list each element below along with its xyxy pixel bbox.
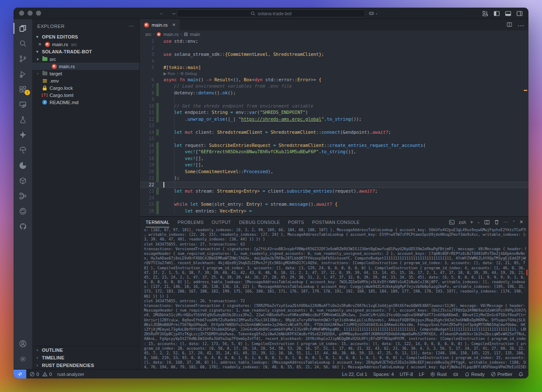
copilot-menu[interactable]: ⌄ [368, 10, 378, 16]
code-line-3[interactable]: 3use solana_stream_sdk::{CommitmentLevel… [140, 51, 528, 58]
activity-search-icon[interactable] [14, 36, 32, 51]
code-line-2[interactable]: 2 [140, 45, 528, 52]
split-terminal-icon[interactable] [484, 219, 490, 225]
code-line-9[interactable]: 9 [140, 96, 528, 103]
activity-pie-chart-icon[interactable] [14, 158, 32, 173]
code-line-19[interactable]: 19 vec![], [140, 162, 528, 168]
tree-item-src[interactable]: ▾src [32, 55, 139, 63]
tree-item-cargo-lock[interactable]: Cargo.lock [32, 84, 139, 91]
activity-remote-explorer-icon[interactable] [14, 97, 32, 112]
code-line-12[interactable]: 12 .unwrap_or_else(|_| "https://shreds-a… [140, 116, 528, 123]
code-line-8[interactable]: 8 dotenvy::dotenv().ok(); [140, 90, 528, 97]
editor-more-actions-icon[interactable]: ⋯ [517, 22, 524, 30]
remote-indicator[interactable] [14, 370, 26, 378]
encoding-status[interactable]: UTF-8 [400, 372, 413, 377]
code-line-13[interactable]: 13 [140, 122, 528, 129]
tree-item-main-rs[interactable]: Rmain.rs [32, 63, 139, 70]
panel-tab-debug-console[interactable]: DEBUG CONSOLE [239, 217, 280, 227]
traffic-lights[interactable] [19, 11, 41, 16]
activity-settings-gear-icon[interactable] [14, 351, 32, 367]
activity-copilot-chat-icon[interactable] [14, 127, 32, 143]
code-line-23[interactable]: 23 let mut stream: Streaming<Entry> = cl… [140, 188, 528, 195]
code-line-15[interactable]: 15 [140, 135, 528, 142]
breadcrumb-main-rs[interactable]: main.rs [163, 32, 179, 37]
section-timeline[interactable]: ›TIMELINE [32, 354, 139, 362]
panel-tab-output[interactable]: OUTPUT [212, 217, 231, 227]
code-editor[interactable]: 1use std::env;23use solana_stream_sdk::{… [140, 38, 528, 216]
activity-hierarchy-icon[interactable] [14, 188, 32, 204]
split-editor-icon[interactable] [506, 22, 512, 28]
activity-extensions-icon[interactable]: ! [14, 82, 32, 97]
close-panel-icon[interactable]: ✕ [519, 219, 523, 225]
activity-testing-icon[interactable] [14, 112, 32, 127]
terminal-output[interactable]: s: [102, 67, 97, 101], readonly_indexes:… [140, 227, 528, 369]
maximize-panel-icon[interactable]: ⌃ [512, 220, 515, 224]
code-line-1[interactable]: 1use std::env; [140, 38, 528, 45]
code-line-24[interactable]: 24 [140, 195, 528, 202]
code-line-16[interactable]: 16 let request: SubscribeEntriesRequest … [140, 142, 528, 149]
code-line-20[interactable]: 20 Some(CommitmentLevel::Processed), [140, 168, 528, 175]
activity-container-icon[interactable] [14, 173, 32, 188]
code-line-11[interactable]: 11 let endpoint: String = env::var("SHRE… [140, 109, 528, 116]
navigate-back-icon[interactable]: ← [159, 10, 164, 16]
language-mode[interactable]: Rust [430, 372, 447, 377]
code-line-14[interactable]: 14 let mut client: ShredstreamClient = S… [140, 129, 528, 136]
open-editor-main-rs[interactable]: ✕ R main.rs src [32, 41, 139, 48]
panel-tab-postman-console[interactable]: POSTMAN CONSOLE [312, 217, 359, 227]
breadcrumb-main-fn[interactable]: main [190, 32, 200, 37]
activity-umbrella-icon[interactable] [14, 143, 32, 158]
zoom-window-icon[interactable] [36, 11, 41, 16]
code-line-10[interactable]: 10 // Get the shreds endpoint from envir… [140, 103, 528, 110]
panel-tab-ports[interactable]: PORTS [288, 217, 304, 227]
activity-swirl-icon[interactable] [14, 204, 32, 219]
code-line-26[interactable]: 26 let entries: Vec<Entry> = [140, 208, 528, 215]
breadcrumb[interactable]: src › R main.rs › main [140, 30, 528, 38]
explorer-actions-icon[interactable]: ⋯ [129, 23, 134, 29]
tree-item-readme-md[interactable]: iREADME.md [32, 99, 139, 106]
tab-main-rs[interactable]: R main.rs ✕ [140, 19, 180, 30]
breadcrumb-src[interactable]: src [145, 32, 152, 37]
debug-lens[interactable]: ⚙ Debug [180, 70, 197, 77]
minimize-window-icon[interactable] [28, 11, 33, 16]
close-editor-icon[interactable]: ✕ [38, 42, 42, 47]
toggle-sidebar-icon[interactable] [493, 10, 500, 17]
close-tab-icon[interactable]: ✕ [172, 22, 176, 27]
rust-analyzer-status[interactable]: rust-analyzer [57, 372, 84, 377]
tree-item-target[interactable]: ›target [32, 70, 139, 77]
run-lens[interactable]: ▶ Run [163, 70, 175, 77]
notifications-bell-icon[interactable] [518, 372, 523, 377]
code-line-25[interactable]: 25 while let Some(slot_entry: Entry) = s… [140, 201, 528, 208]
code-line-4[interactable]: 4 [140, 58, 528, 65]
command-center-search[interactable]: solana-trade-bot [177, 9, 365, 17]
project-section-header[interactable]: ▾ SOLANA-TRADE-BOT [32, 48, 139, 55]
new-terminal-icon[interactable]: + [470, 219, 473, 225]
activity-account-icon[interactable] [14, 336, 32, 351]
code-line-5[interactable]: 5#[tokio::main] [140, 64, 528, 71]
activity-github-icon[interactable] [14, 219, 32, 234]
tree-item--env[interactable]: .env [32, 77, 139, 84]
kill-terminal-icon[interactable] [494, 219, 500, 225]
code-line-21[interactable]: 21 ); [140, 175, 528, 182]
tree-item-cargo-toml[interactable]: [T]Cargo.toml [32, 91, 139, 99]
code-line-7[interactable]: 7 // Load environment variables from .en… [140, 83, 528, 90]
section-rust-dependencies[interactable]: ›RUST DEPENDENCIES [32, 362, 139, 369]
eol-status[interactable]: LF [419, 372, 424, 377]
navigate-forward-icon[interactable]: → [171, 10, 176, 16]
activity-source-control-icon[interactable] [14, 51, 32, 66]
code-line-17[interactable]: 17 vec!["6EF8rrecthR5Dkzon8Nwu78hRvfCKub… [140, 149, 528, 155]
cursor-position[interactable]: Ln 22, Col 1 [342, 372, 367, 377]
code-line-22[interactable]: 22 [140, 182, 528, 188]
ready-status[interactable]: Ready [465, 372, 485, 377]
customize-layout-icon[interactable] [482, 10, 489, 17]
panel-tab-problems[interactable]: PROBLEMS [177, 217, 204, 227]
code-line-18[interactable]: 18 vec![], [140, 155, 528, 162]
close-window-icon[interactable] [19, 11, 24, 16]
section-outline[interactable]: ›OUTLINE [32, 346, 139, 354]
activity-explorer-icon[interactable] [14, 21, 32, 36]
open-editors-header[interactable]: ▾ OPEN EDITORS [32, 33, 139, 41]
indentation-status[interactable]: Spaces: 4 [373, 372, 394, 377]
panel-more-actions-icon[interactable]: ⋯ [503, 219, 508, 225]
copilot-status-icon[interactable] [453, 371, 459, 377]
activity-run-debug-icon[interactable] [14, 66, 32, 82]
panel-tab-terminal[interactable]: TERMINAL [146, 217, 169, 227]
